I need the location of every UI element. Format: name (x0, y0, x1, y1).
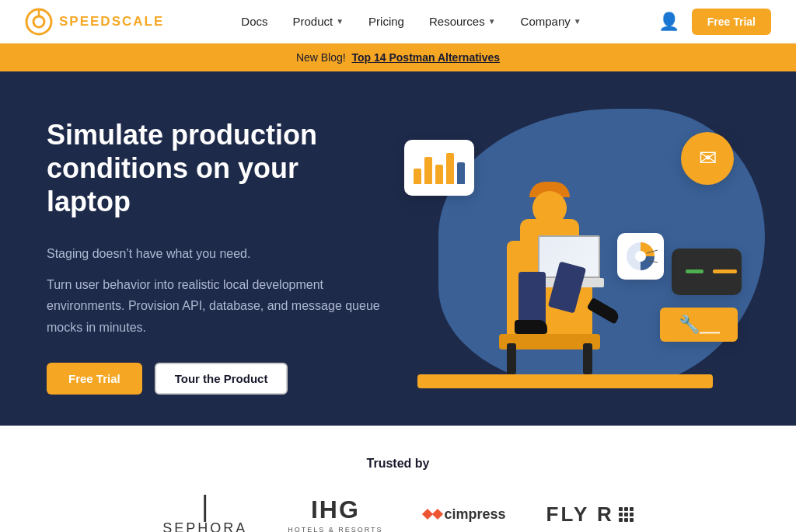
flyr-grid-icon (619, 507, 634, 522)
leg-left (518, 272, 546, 326)
nav-free-trial-button[interactable]: Free Trial (692, 9, 771, 35)
bar-1 (414, 169, 421, 184)
hero-title: Simulate production conditions on your l… (47, 118, 381, 219)
site-logo[interactable]: SPEEDSCALE (25, 8, 164, 36)
sephora-text: SEPHORA (162, 520, 247, 532)
term-line-3 (713, 269, 738, 273)
hero-tour-button[interactable]: Tour the Product (155, 363, 288, 395)
trusted-section: Trusted by | SEPHORA IHG HOTELS & RESORT… (0, 426, 796, 532)
nav-links: Docs Product ▼ Pricing Resources ▼ Compa… (241, 15, 581, 28)
chart-bars (409, 148, 470, 187)
chair-leg-right (583, 343, 592, 374)
sephora-logo: | SEPHORA (162, 492, 247, 532)
diamond-right (431, 509, 442, 520)
flyr-logo: FLY R (546, 502, 634, 527)
user-icon[interactable]: 👤 (658, 12, 679, 32)
ihg-text: IHG (311, 495, 360, 524)
person-legs (518, 264, 581, 326)
bar-3 (435, 165, 443, 184)
logo-icon (25, 8, 53, 36)
hero-left: Simulate production conditions on your l… (47, 118, 381, 395)
hero-illustration: ✉ (381, 124, 749, 388)
bar-4 (446, 153, 454, 184)
mail-envelope-icon: ✉ (699, 145, 717, 171)
pie-chart-svg (623, 239, 658, 273)
float-chart-icon (404, 140, 474, 196)
company-chevron-icon: ▼ (574, 17, 581, 26)
resources-chevron-icon: ▼ (488, 17, 496, 26)
term-line-2 (686, 269, 703, 273)
bar-5 (457, 162, 465, 184)
cimpress-diamonds (424, 510, 442, 518)
chair-leg-left (507, 343, 516, 374)
hero-buttons: Free Trial Tour the Product (47, 363, 381, 395)
navbar: SPEEDSCALE Docs Product ▼ Pricing Resour… (0, 0, 796, 43)
bar-2 (424, 157, 432, 184)
announcement-prefix: New Blog! (296, 51, 346, 64)
diamond-left (421, 509, 432, 520)
svg-point-4 (635, 251, 646, 262)
shoe-left (515, 320, 547, 334)
nav-company[interactable]: Company ▼ (521, 15, 581, 28)
svg-point-1 (33, 16, 44, 27)
nav-product[interactable]: Product ▼ (293, 15, 344, 28)
announcement-bar: New Blog! Top 14 Postman Alternatives (0, 43, 796, 71)
logo-text: SPEEDSCALE (59, 14, 164, 30)
hero-free-trial-button[interactable]: Free Trial (47, 363, 142, 395)
trusted-label: Trusted by (47, 457, 749, 471)
sephora-mark: | (201, 492, 208, 520)
float-mail-icon: ✉ (681, 132, 734, 185)
announcement-link[interactable]: Top 14 Postman Alternatives (351, 51, 500, 64)
flyr-text: FLY R (546, 502, 634, 527)
product-chevron-icon: ▼ (336, 17, 344, 26)
nav-resources[interactable]: Resources ▼ (429, 15, 496, 28)
trusted-logos-row-1: | SEPHORA IHG HOTELS & RESORTS cimpress … (47, 492, 749, 532)
float-terminal-icon (672, 249, 742, 295)
cimpress-text: cimpress (424, 506, 506, 523)
ihg-sub-text: HOTELS & RESORTS (288, 526, 382, 532)
hero-subtitle: Staging doesn’t have what you need. (47, 244, 381, 264)
nav-pricing[interactable]: Pricing (368, 15, 404, 28)
ihg-logo: IHG HOTELS & RESORTS (288, 495, 382, 532)
cimpress-logo: cimpress (424, 506, 506, 523)
float-pie-icon (617, 233, 664, 280)
nav-docs[interactable]: Docs (241, 15, 267, 28)
leg-right (548, 261, 586, 313)
wrench-tool-icon: 🔧⎯⎯ (679, 315, 720, 335)
nav-actions: 👤 Free Trial (658, 9, 771, 35)
hero-description: Turn user behavior into realistic local … (47, 274, 381, 338)
float-wrench-icon: 🔧⎯⎯ (660, 308, 738, 342)
hero-section: Simulate production conditions on your l… (0, 71, 796, 426)
